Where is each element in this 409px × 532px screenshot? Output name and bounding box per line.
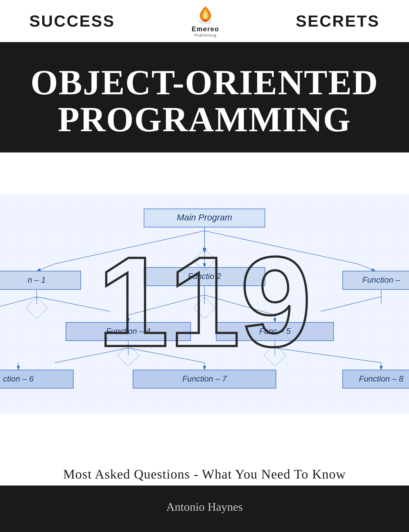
svg-text:ction – 6: ction – 6 [3, 374, 34, 383]
emereo-subtext: Publishing [194, 33, 217, 38]
subtitle: Most Asked Questions - What You Need To … [15, 467, 394, 482]
svg-text:Function – 7: Function – 7 [182, 374, 227, 383]
flowchart-diagram: Main Program n – 1 Functio 2 Function – [0, 153, 409, 456]
svg-text:Main Program: Main Program [177, 213, 232, 222]
author-name: Antonio Haynes [15, 500, 394, 514]
title-line2: PROGRAMMING [15, 101, 394, 138]
book-cover: SUCCESS Emereo Publishing SECRE [0, 0, 409, 532]
svg-text:n – 1: n – 1 [28, 275, 46, 284]
bottom-section: Most Asked Questions - What You Need To … [0, 456, 409, 486]
title-section: OBJECT-ORIENTED PROGRAMMING [0, 42, 409, 153]
book-title: OBJECT-ORIENTED PROGRAMMING [15, 64, 394, 138]
svg-text:Function – 8: Function – 8 [359, 374, 403, 383]
svg-text:Functio  2: Functio 2 [188, 272, 221, 281]
header-bar: SUCCESS Emereo Publishing SECRE [0, 0, 409, 42]
emereo-name: Emereo [192, 25, 219, 33]
title-line1: OBJECT-ORIENTED [15, 64, 394, 101]
secrets-label: SECRETS [296, 12, 380, 30]
emereo-logo: Emereo Publishing [192, 4, 219, 38]
success-label: SUCCESS [29, 12, 115, 30]
emereo-flame-icon [196, 4, 214, 25]
footer-section: Antonio Haynes [0, 486, 409, 532]
svg-text:Function – 4: Function – 4 [106, 327, 150, 335]
svg-text:Func  – 5: Func – 5 [259, 327, 291, 335]
svg-text:Function –: Function – [362, 275, 400, 284]
diagram-section: 119 Main Program [0, 153, 409, 456]
